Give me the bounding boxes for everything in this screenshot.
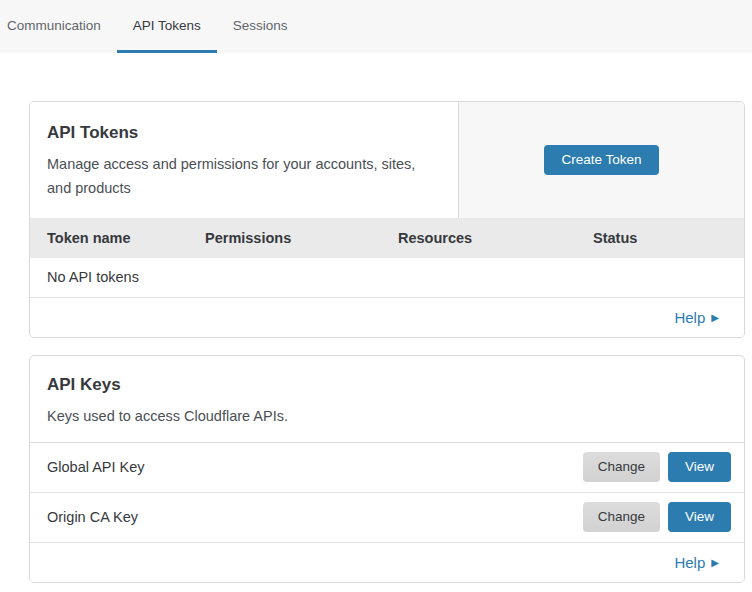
- tab-bar: Communication API Tokens Sessions: [0, 0, 752, 53]
- column-header-status: Status: [593, 218, 744, 258]
- api-keys-description: Keys used to access Cloudflare APIs.: [47, 404, 727, 428]
- key-row-global-api-key: Global API Key Change View: [30, 443, 744, 493]
- table-row: No API tokens: [30, 258, 744, 297]
- key-actions-origin-ca-key: Change View: [583, 502, 731, 532]
- api-tokens-card-header: API Tokens Manage access and permissions…: [30, 102, 744, 218]
- api-tokens-description: Manage access and permissions for your a…: [47, 152, 434, 200]
- api-tokens-help-link[interactable]: Help ▶: [674, 309, 719, 326]
- view-global-api-key-button[interactable]: View: [668, 452, 731, 482]
- key-label-origin-ca-key: Origin CA Key: [47, 509, 138, 525]
- api-tokens-card-header-actions: Create Token: [459, 102, 744, 218]
- key-label-global-api-key: Global API Key: [47, 459, 145, 475]
- api-tokens-card-footer: Help ▶: [30, 298, 744, 337]
- api-tokens-table: Token name Permissions Resources Status …: [30, 218, 744, 298]
- tab-sessions[interactable]: Sessions: [217, 0, 304, 53]
- help-label: Help: [674, 309, 705, 326]
- table-header-row: Token name Permissions Resources Status: [30, 218, 744, 258]
- key-row-origin-ca-key: Origin CA Key Change View: [30, 493, 744, 543]
- help-arrow-icon: ▶: [711, 557, 719, 568]
- key-actions-global-api-key: Change View: [583, 452, 731, 482]
- main-content: API Tokens Manage access and permissions…: [0, 53, 752, 583]
- help-arrow-icon: ▶: [711, 312, 719, 323]
- change-origin-ca-key-button[interactable]: Change: [583, 502, 660, 532]
- api-keys-card: API Keys Keys used to access Cloudflare …: [29, 355, 745, 583]
- api-keys-help-link[interactable]: Help ▶: [674, 554, 719, 571]
- api-keys-card-header: API Keys Keys used to access Cloudflare …: [30, 356, 744, 443]
- change-global-api-key-button[interactable]: Change: [583, 452, 660, 482]
- tab-communication[interactable]: Communication: [0, 0, 117, 53]
- column-header-permissions: Permissions: [205, 218, 398, 258]
- column-header-token-name: Token name: [30, 218, 205, 258]
- view-origin-ca-key-button[interactable]: View: [668, 502, 731, 532]
- tab-api-tokens[interactable]: API Tokens: [117, 0, 217, 53]
- api-keys-title: API Keys: [47, 375, 727, 395]
- api-tokens-card: API Tokens Manage access and permissions…: [29, 101, 745, 338]
- help-label: Help: [674, 554, 705, 571]
- column-header-resources: Resources: [398, 218, 593, 258]
- api-keys-card-footer: Help ▶: [30, 543, 744, 582]
- api-tokens-card-header-text: API Tokens Manage access and permissions…: [30, 102, 459, 218]
- create-token-button[interactable]: Create Token: [544, 145, 658, 175]
- api-tokens-title: API Tokens: [47, 123, 434, 143]
- empty-tokens-message: No API tokens: [30, 258, 744, 297]
